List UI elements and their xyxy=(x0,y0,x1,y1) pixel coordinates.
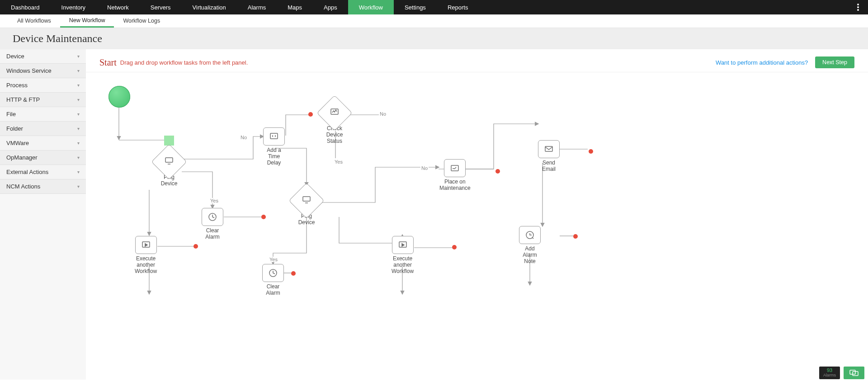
node-add-alarm-note[interactable]: AddAlarmNote xyxy=(519,226,541,264)
svg-point-2 xyxy=(857,9,859,11)
end-dot xyxy=(308,112,313,117)
cat-process[interactable]: Process▾ xyxy=(0,78,86,93)
node-execute-workflow[interactable]: ExecuteanotherWorkflow xyxy=(135,236,157,274)
flow-connectors xyxy=(86,72,719,362)
cat-windows-service[interactable]: Windows Service▾ xyxy=(0,64,86,78)
nav-dashboard[interactable]: Dashboard xyxy=(0,0,51,14)
status-bar: 93 Alarms xyxy=(819,367,864,379)
node-place-on-maintenance[interactable]: Place onMaintenance xyxy=(439,159,471,192)
node-time-delay[interactable]: Add aTimeDelay xyxy=(263,127,285,166)
end-dot xyxy=(193,244,198,249)
node-send-email[interactable]: SendEmail xyxy=(538,140,560,173)
chevron-down-icon: ▾ xyxy=(77,126,80,131)
nav-inventory[interactable]: Inventory xyxy=(51,0,96,14)
node-label: ClearAlarm xyxy=(202,228,223,240)
tab-all-workflows[interactable]: All Workflows xyxy=(8,14,60,28)
cat-vmware[interactable]: VMWare▾ xyxy=(0,136,86,151)
node-clear-alarm[interactable]: ClearAlarm xyxy=(202,208,223,240)
workflow-canvas-area: Start Drag and drop workflow tasks from … xyxy=(86,49,868,380)
workflow-canvas[interactable]: No Yes No Yes No Yes PingDevice ClearAla… xyxy=(86,72,868,362)
workflow-subtabs: All Workflows New Workflow Workflow Logs xyxy=(0,14,868,28)
node-label: ClearAlarm xyxy=(262,284,284,296)
chevron-down-icon: ▾ xyxy=(77,54,80,59)
node-label: Place onMaintenance xyxy=(439,179,471,192)
node-label: AddAlarmNote xyxy=(519,246,541,264)
node-execute-workflow-2[interactable]: ExecuteanotherWorkflow xyxy=(392,236,414,274)
nav-alarms[interactable]: Alarms xyxy=(237,0,277,14)
end-dot xyxy=(291,271,296,276)
node-check-device-status[interactable]: CheckDeviceStatus xyxy=(322,100,347,144)
start-hint: Drag and drop workflow tasks from the le… xyxy=(120,59,248,66)
nav-virtualization[interactable]: Virtualization xyxy=(182,0,237,14)
alarms-label: Alarms xyxy=(819,373,840,377)
svg-rect-6 xyxy=(270,133,278,139)
cat-label: Folder xyxy=(6,125,23,132)
cat-external-actions[interactable]: External Actions▾ xyxy=(0,165,86,179)
more-menu-icon[interactable] xyxy=(854,0,863,14)
svg-point-0 xyxy=(857,4,859,5)
additional-actions-link[interactable]: Want to perform additional actions? xyxy=(716,59,808,66)
edge-label-yes: Yes xyxy=(269,257,278,262)
chevron-down-icon: ▾ xyxy=(77,155,80,160)
nav-workflow[interactable]: Workflow xyxy=(348,0,394,14)
tab-new-workflow[interactable]: New Workflow xyxy=(60,14,114,28)
nav-apps[interactable]: Apps xyxy=(313,0,348,14)
end-dot xyxy=(452,245,457,249)
page-title: Device Maintenance xyxy=(0,28,868,49)
cat-http-ftp[interactable]: HTTP & FTP▾ xyxy=(0,93,86,107)
chat-icon[interactable] xyxy=(844,367,864,379)
cat-label: Device xyxy=(6,53,24,60)
nav-servers[interactable]: Servers xyxy=(140,0,182,14)
edge-label-yes: Yes xyxy=(334,159,344,165)
cat-file[interactable]: File▾ xyxy=(0,107,86,122)
cat-label: File xyxy=(6,111,16,118)
chevron-down-icon: ▾ xyxy=(77,141,80,146)
chevron-down-icon: ▾ xyxy=(77,184,80,189)
cat-label: Windows Service xyxy=(6,67,52,74)
cat-label: OpManager xyxy=(6,154,38,161)
cat-label: HTTP & FTP xyxy=(6,96,40,103)
canvas-header: Start Drag and drop workflow tasks from … xyxy=(86,49,868,72)
node-label: SendEmail xyxy=(538,160,560,173)
drop-target-highlight xyxy=(164,136,174,146)
alarms-counter[interactable]: 93 Alarms xyxy=(819,367,840,379)
edge-label-no: No xyxy=(240,135,248,140)
alarms-count: 93 xyxy=(827,367,832,373)
edge-label-no: No xyxy=(420,165,429,171)
cat-label: VMWare xyxy=(6,140,29,146)
edge-label-no: No xyxy=(379,111,387,117)
cat-folder[interactable]: Folder▾ xyxy=(0,122,86,136)
nav-settings[interactable]: Settings xyxy=(394,0,437,14)
chevron-down-icon: ▾ xyxy=(77,68,80,73)
end-dot xyxy=(495,169,500,174)
cat-label: External Actions xyxy=(6,169,48,175)
cat-ncm-actions[interactable]: NCM Actions▾ xyxy=(0,179,86,194)
nav-reports[interactable]: Reports xyxy=(437,0,479,14)
nav-network[interactable]: Network xyxy=(96,0,140,14)
node-label: Add aTimeDelay xyxy=(263,147,285,166)
chevron-down-icon: ▾ xyxy=(77,83,80,88)
node-label: ExecuteanotherWorkflow xyxy=(135,256,157,274)
cat-label: NCM Actions xyxy=(6,183,40,190)
end-dot xyxy=(261,215,266,219)
next-step-button[interactable]: Next Step xyxy=(815,56,854,68)
svg-rect-12 xyxy=(545,146,552,151)
chevron-down-icon: ▾ xyxy=(77,97,80,102)
svg-rect-3 xyxy=(165,158,173,162)
node-clear-alarm-2[interactable]: ClearAlarm xyxy=(262,264,284,296)
nav-maps[interactable]: Maps xyxy=(277,0,313,14)
end-dot xyxy=(573,234,578,239)
cat-device[interactable]: Device▾ xyxy=(0,49,86,64)
edge-label-yes: Yes xyxy=(209,198,219,203)
node-label: ExecuteanotherWorkflow xyxy=(392,256,414,274)
start-node[interactable] xyxy=(108,86,130,108)
start-title: Start xyxy=(99,57,117,68)
svg-point-1 xyxy=(857,6,859,8)
node-ping-device[interactable]: PingDevice xyxy=(156,149,182,187)
chevron-down-icon: ▾ xyxy=(77,112,80,117)
cat-label: Process xyxy=(6,82,28,89)
node-ping-device-2[interactable]: PingDevice xyxy=(294,188,319,226)
cat-opmanager[interactable]: OpManager▾ xyxy=(0,151,86,165)
tab-workflow-logs[interactable]: Workflow Logs xyxy=(114,14,169,28)
end-dot xyxy=(589,149,593,154)
